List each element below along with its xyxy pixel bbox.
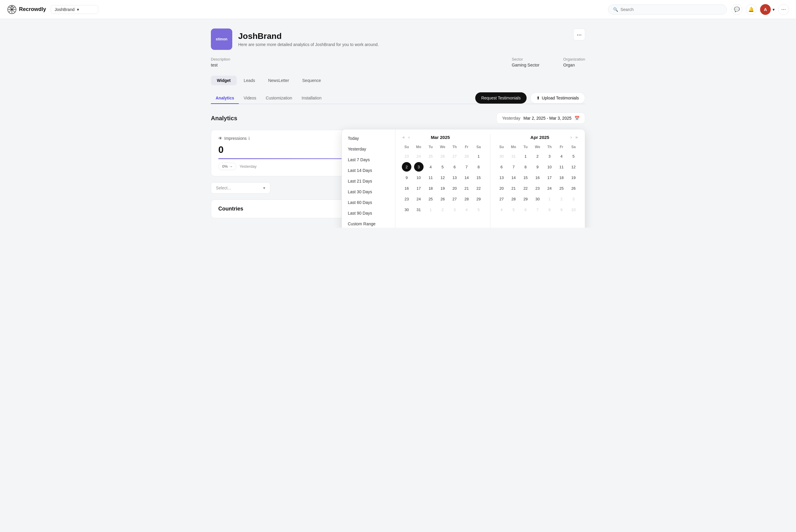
date-range-button[interactable]: Yesterday Mar 2, 2025 - Mar 3, 2025 📅 bbox=[496, 113, 585, 124]
date-option-last90[interactable]: Last 90 Days bbox=[342, 208, 395, 218]
cal-day[interactable]: 31 bbox=[509, 151, 518, 161]
tab-customization[interactable]: Customization bbox=[261, 93, 297, 104]
cal-day[interactable]: 7 bbox=[509, 162, 518, 172]
cal-day[interactable]: 29 bbox=[521, 194, 530, 204]
cal-day[interactable]: 12 bbox=[569, 162, 578, 172]
cal-day[interactable]: 21 bbox=[509, 184, 518, 193]
tab-sequence[interactable]: Sequence bbox=[296, 76, 327, 85]
cal-day[interactable]: 7 bbox=[533, 205, 542, 214]
cal-next-button[interactable]: › bbox=[569, 134, 573, 140]
cal-day[interactable]: 23 bbox=[402, 194, 411, 204]
cal-day[interactable]: 9 bbox=[533, 162, 542, 172]
cal-day[interactable]: 20 bbox=[450, 184, 460, 193]
cal-day[interactable]: 9 bbox=[402, 173, 411, 182]
cal-day[interactable]: 27 bbox=[450, 151, 460, 161]
cal-day[interactable]: 13 bbox=[450, 173, 460, 182]
cal-day[interactable]: 20 bbox=[497, 184, 506, 193]
date-option-last60[interactable]: Last 60 Days bbox=[342, 197, 395, 208]
cal-day[interactable]: 5 bbox=[569, 151, 578, 161]
date-option-last21[interactable]: Last 21 Days bbox=[342, 176, 395, 187]
cal-day[interactable]: 25 bbox=[557, 184, 566, 193]
cal-day[interactable]: 30 bbox=[497, 151, 506, 161]
cal-day[interactable]: 14 bbox=[509, 173, 518, 182]
cal-prev-button[interactable]: ‹ bbox=[407, 134, 411, 140]
cal-day[interactable]: 10 bbox=[569, 205, 578, 214]
cal-prev-prev-button[interactable]: « bbox=[401, 134, 406, 140]
cal-day[interactable]: 16 bbox=[402, 184, 411, 193]
date-option-yesterday[interactable]: Yesterday bbox=[342, 144, 395, 154]
cal-day[interactable]: 16 bbox=[533, 173, 542, 182]
cal-day[interactable]: 11 bbox=[426, 173, 436, 182]
cal-day[interactable]: 31 bbox=[414, 205, 424, 214]
date-option-last14[interactable]: Last 14 Days bbox=[342, 165, 395, 176]
cal-day[interactable]: 1 bbox=[545, 194, 554, 204]
avatar-menu[interactable]: A ▾ bbox=[760, 4, 775, 15]
date-option-last7[interactable]: Last 7 Days bbox=[342, 154, 395, 165]
cal-day[interactable]: 8 bbox=[474, 162, 483, 172]
chat-icon-button[interactable]: 💬 bbox=[732, 4, 742, 15]
cal-day[interactable]: 5 bbox=[438, 162, 447, 172]
cal-day[interactable]: 8 bbox=[545, 205, 554, 214]
cal-day[interactable]: 6 bbox=[521, 205, 530, 214]
upload-testimonials-button[interactable]: ⬆ Upload Testimonials bbox=[530, 92, 585, 103]
cal-day[interactable]: 14 bbox=[462, 173, 471, 182]
cal-day[interactable]: 2 bbox=[557, 194, 566, 204]
search-input[interactable] bbox=[621, 7, 722, 12]
cal-day-selected[interactable]: 2 bbox=[402, 162, 411, 172]
cal-day[interactable]: 26 bbox=[569, 184, 578, 193]
cal-day[interactable]: 13 bbox=[497, 173, 506, 182]
cal-day[interactable]: 15 bbox=[474, 173, 483, 182]
cal-day-selected[interactable]: 3 bbox=[414, 162, 424, 172]
cal-day[interactable]: 5 bbox=[509, 205, 518, 214]
cal-day[interactable]: 17 bbox=[414, 184, 424, 193]
cal-day[interactable]: 4 bbox=[557, 151, 566, 161]
tab-newsletter[interactable]: NewsLetter bbox=[262, 76, 295, 85]
cal-day[interactable]: 25 bbox=[426, 151, 436, 161]
tab-leads[interactable]: Leads bbox=[238, 76, 261, 85]
brand-selector[interactable]: JoshBrand ▾ bbox=[51, 5, 98, 14]
cal-day[interactable]: 24 bbox=[414, 194, 424, 204]
cal-day[interactable]: 26 bbox=[438, 194, 447, 204]
cal-day[interactable]: 30 bbox=[533, 194, 542, 204]
cal-day[interactable]: 4 bbox=[426, 162, 436, 172]
cal-day[interactable]: 28 bbox=[462, 194, 471, 204]
cal-day[interactable]: 22 bbox=[474, 184, 483, 193]
cal-day[interactable]: 22 bbox=[521, 184, 530, 193]
tab-widget[interactable]: Widget bbox=[211, 76, 237, 85]
cal-day[interactable]: 4 bbox=[497, 205, 506, 214]
cal-day[interactable]: 24 bbox=[414, 151, 424, 161]
search-bar[interactable]: 🔍 bbox=[608, 4, 727, 15]
cal-day[interactable]: 3 bbox=[450, 205, 460, 214]
cal-day[interactable]: 5 bbox=[474, 205, 483, 214]
cal-day[interactable]: 28 bbox=[509, 194, 518, 204]
cal-day[interactable]: 4 bbox=[462, 205, 471, 214]
cal-day[interactable]: 3 bbox=[545, 151, 554, 161]
cal-day[interactable]: 2 bbox=[533, 151, 542, 161]
cal-day[interactable]: 24 bbox=[545, 184, 554, 193]
cal-day[interactable]: 18 bbox=[426, 184, 436, 193]
tab-installation[interactable]: Installation bbox=[297, 93, 327, 104]
cal-day[interactable]: 2 bbox=[438, 205, 447, 214]
request-testimonials-button[interactable]: Request Testimonials bbox=[475, 92, 526, 103]
notification-icon-button[interactable]: 🔔 bbox=[746, 4, 757, 15]
cal-day[interactable]: 27 bbox=[450, 194, 460, 204]
cal-day[interactable]: 25 bbox=[426, 194, 436, 204]
date-option-custom[interactable]: Custom Range bbox=[342, 218, 395, 228]
cal-day[interactable]: 23 bbox=[402, 151, 411, 161]
cal-day[interactable]: 6 bbox=[497, 162, 506, 172]
cal-day[interactable]: 21 bbox=[462, 184, 471, 193]
cal-day[interactable]: 1 bbox=[521, 151, 530, 161]
date-option-today[interactable]: Today bbox=[342, 133, 395, 144]
cal-day[interactable]: 30 bbox=[402, 205, 411, 214]
cal-day[interactable]: 1 bbox=[426, 205, 436, 214]
cal-day[interactable]: 27 bbox=[497, 194, 506, 204]
cal-day[interactable]: 23 bbox=[533, 184, 542, 193]
cal-day[interactable]: 12 bbox=[438, 173, 447, 182]
cal-day[interactable]: 1 bbox=[474, 151, 483, 161]
cal-day[interactable]: 28 bbox=[462, 151, 471, 161]
cal-day[interactable]: 3 bbox=[569, 194, 578, 204]
cal-next-next-button[interactable]: » bbox=[574, 134, 579, 140]
tab-analytics[interactable]: Analytics bbox=[211, 93, 239, 104]
cal-day[interactable]: 9 bbox=[557, 205, 566, 214]
cal-day[interactable]: 29 bbox=[474, 194, 483, 204]
